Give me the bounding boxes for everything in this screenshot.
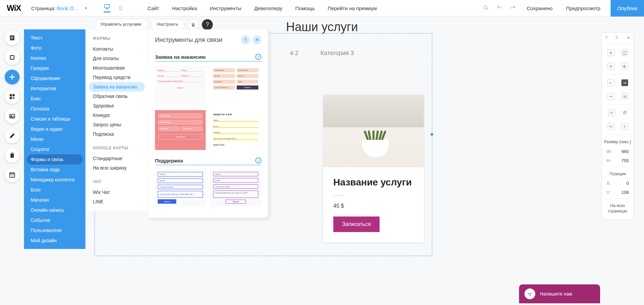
duplicate-icon[interactable]: ⧉ xyxy=(608,63,614,70)
rail-store-icon[interactable] xyxy=(5,148,20,163)
cat-members[interactable]: Пользователи xyxy=(24,225,85,235)
cat-lists[interactable]: Списки и таблицы xyxy=(24,114,85,124)
desktop-icon[interactable] xyxy=(104,4,110,12)
inspector-help-icon[interactable]: ? xyxy=(605,35,608,40)
rail-blog-icon[interactable] xyxy=(5,128,20,143)
book-button[interactable]: Записаться xyxy=(333,217,380,232)
cat-blog[interactable]: Блог xyxy=(24,185,85,195)
inspector-close-icon[interactable]: ✕ xyxy=(627,35,630,40)
cat-mydesigns[interactable]: Мой дизайн xyxy=(24,235,85,246)
page-dropdown[interactable]: Book O... xyxy=(57,5,78,11)
wix-logo[interactable]: WiX xyxy=(0,3,28,13)
cat-decorative[interactable]: Оформление xyxy=(24,73,85,83)
preview-button[interactable]: Предпросмотр xyxy=(563,5,604,11)
chevron-down-icon[interactable]: ▾ xyxy=(85,6,87,10)
cat-gallery[interactable]: Галерея xyxy=(24,63,85,73)
subcat-map-fullwidth[interactable]: На всю ширину xyxy=(85,163,148,173)
flip-h-icon[interactable]: ⇋ xyxy=(608,123,614,130)
cat-text[interactable]: Текст xyxy=(24,33,85,43)
align-left-icon[interactable]: ⇤ xyxy=(608,79,614,86)
resize-handle[interactable] xyxy=(431,133,433,136)
cat-embed[interactable]: Вставка кода xyxy=(24,164,85,175)
tab-2[interactable]: я 2 xyxy=(290,50,299,56)
info-icon[interactable]: i xyxy=(255,157,261,163)
form-preview-4[interactable]: Apply for a job Name Email Position Type… xyxy=(210,110,261,150)
cat-bookings[interactable]: Онлайн-запись xyxy=(24,205,85,215)
flip-v-icon[interactable]: ⥮ xyxy=(621,123,628,130)
rail-add-icon[interactable] xyxy=(5,70,20,84)
menu-settings[interactable]: Настройка xyxy=(172,5,197,11)
svg-rect-10 xyxy=(12,94,15,96)
cat-events[interactable]: События xyxy=(24,215,85,225)
crown-icon[interactable]: ♛ xyxy=(187,19,199,30)
width-value[interactable]: 980 xyxy=(621,149,629,154)
form-preview-1[interactable]: ЭмаилEmail PhonePosition Product problem… xyxy=(155,66,206,105)
subcat-job-application[interactable]: Заявка на вакансию xyxy=(89,82,145,92)
menu-help[interactable]: Помощь xyxy=(295,5,315,11)
subcat-multistep[interactable]: Многошаговая xyxy=(85,63,148,73)
saved-label[interactable]: Сохранено xyxy=(523,5,556,11)
manage-services-button[interactable]: Управлять услугами xyxy=(94,19,148,30)
cat-forms[interactable]: Формы и связь xyxy=(27,154,83,164)
cat-strip[interactable]: Полоска xyxy=(24,104,85,114)
tab-3[interactable]: Категория 3 xyxy=(320,50,354,56)
cat-content-manager[interactable]: Менеджер контента xyxy=(24,175,85,185)
info-icon[interactable]: i xyxy=(255,54,261,60)
panel3-help-icon[interactable]: ? xyxy=(241,35,250,44)
subcat-subscribe[interactable]: Подписка xyxy=(85,129,148,139)
height-value[interactable]: 755 xyxy=(621,158,629,163)
rotate-icon[interactable]: ⟲ xyxy=(608,109,615,116)
rail-media-icon[interactable] xyxy=(5,109,20,124)
delete-icon[interactable]: 🗑 xyxy=(621,63,628,70)
rail-apps-icon[interactable] xyxy=(5,89,20,104)
subcat-feedback[interactable]: Обратная связь xyxy=(85,92,148,101)
cat-menu[interactable]: Меню xyxy=(24,134,85,144)
cat-button[interactable]: Кнопка xyxy=(24,53,85,63)
subcat-health[interactable]: Здоровье xyxy=(85,101,148,110)
inspector-panel[interactable]: ? ⠿ ✕ ⧉ 📋 ⧉ 🗑 ⇤ ⇥ ⇔ ▤ ⟲ 0° ⇋ ⥮ Размер (п… xyxy=(601,32,634,220)
rail-bookings-icon[interactable]: 17 xyxy=(5,168,20,182)
y-value[interactable]: 108 xyxy=(621,190,629,195)
copy-icon[interactable]: ⧉ xyxy=(608,49,614,56)
service-card[interactable]: Название услуги 45 $ Записаться xyxy=(323,95,424,242)
subcat-line[interactable]: LINE xyxy=(85,197,148,206)
align-center-h-icon[interactable]: ⇔ xyxy=(608,93,614,100)
search-icon[interactable] xyxy=(483,5,490,11)
form-preview-2[interactable]: First NameLast Name EmailPhone PositionD… xyxy=(210,66,261,105)
x-value[interactable]: 0 xyxy=(626,181,629,186)
subcat-contest[interactable]: Конкурс xyxy=(85,110,148,120)
distribute-icon[interactable]: ▤ xyxy=(621,93,628,100)
publish-button[interactable]: Опублик xyxy=(611,0,644,17)
rail-pages-icon[interactable] xyxy=(5,30,20,45)
menu-tools[interactable]: Инструменты xyxy=(210,5,241,11)
align-right-icon[interactable]: ⇥ xyxy=(621,79,628,86)
rail-background-icon[interactable] xyxy=(5,50,20,65)
subcat-transfer[interactable]: Перевод средств xyxy=(85,73,148,82)
cat-social[interactable]: Соцсети xyxy=(24,144,85,154)
menu-dev[interactable]: Девелоперу xyxy=(254,5,283,11)
subcat-map-standard[interactable]: Стандартные xyxy=(85,154,148,163)
cat-photo[interactable]: Фото xyxy=(24,43,85,53)
panel3-close-icon[interactable]: ✕ xyxy=(253,35,261,44)
chat-widget[interactable]: Напишите нам xyxy=(519,284,600,303)
cat-video[interactable]: Видео и аудио xyxy=(24,124,85,134)
redo-icon[interactable] xyxy=(510,5,517,11)
form-preview-6[interactable]: Name Email Choose an issue Anything else… xyxy=(210,169,261,206)
cat-interactive[interactable]: Интерактив xyxy=(24,83,85,94)
subcat-contacts[interactable]: Контакты xyxy=(85,44,148,54)
mobile-icon[interactable] xyxy=(117,4,124,12)
paste-icon[interactable]: 📋 xyxy=(621,49,628,56)
form-preview-5[interactable]: Name Email Choose service Let us know wh… xyxy=(155,169,206,206)
undo-icon[interactable] xyxy=(496,5,503,11)
help-icon[interactable]: ? xyxy=(202,19,213,30)
subcat-payment[interactable]: Для оплаты xyxy=(85,54,148,63)
form-preview-3[interactable]: First Name First Name PositionStart Date… xyxy=(155,110,206,150)
cat-box[interactable]: Бокс xyxy=(24,94,85,104)
cat-store[interactable]: Магазин xyxy=(24,195,85,205)
subcat-wixchat[interactable]: Wix Чат xyxy=(85,187,148,197)
menu-site[interactable]: Сайт xyxy=(148,5,159,11)
configure-button[interactable]: Настроить xyxy=(151,19,185,30)
drag-handle-icon[interactable]: ⠿ xyxy=(615,35,619,40)
subcat-quote[interactable]: Запрос цены xyxy=(85,120,148,129)
menu-premium[interactable]: Перейти на премиум xyxy=(328,5,377,11)
